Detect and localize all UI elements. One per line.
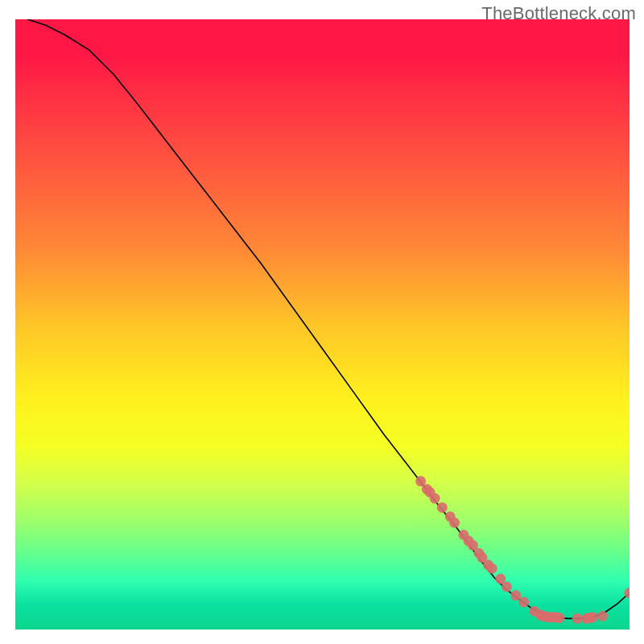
chart-svg (15, 19, 630, 630)
svg-point-6 (449, 518, 460, 528)
svg-point-3 (430, 493, 440, 504)
watermark-text: TheBottleneck.com (481, 3, 636, 24)
svg-point-16 (510, 590, 521, 601)
svg-point-4 (437, 502, 448, 513)
scatter-markers (415, 476, 630, 624)
plot-area (15, 19, 630, 630)
svg-point-13 (487, 564, 497, 574)
svg-point-26 (572, 613, 583, 624)
curve-line (27, 19, 630, 618)
svg-point-15 (502, 581, 512, 592)
svg-point-29 (588, 612, 598, 622)
svg-point-30 (597, 611, 608, 621)
svg-point-25 (555, 613, 565, 623)
svg-point-17 (518, 597, 529, 607)
chart-container: TheBottleneck.com (0, 0, 644, 644)
